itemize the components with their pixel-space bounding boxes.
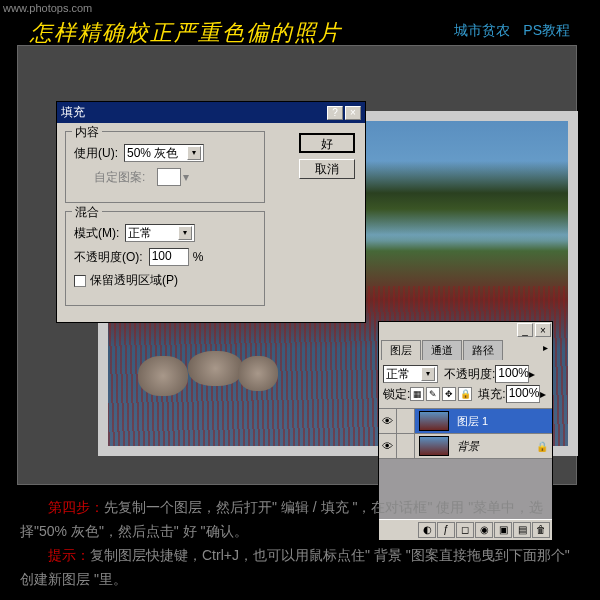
tip-text: 复制图层快捷键，Ctrl+J，也可以用鼠标点住" 背景 "图案直接拖曳到下面那个… — [20, 547, 570, 587]
description: 第四步：先复制一个图层，然后打开" 编辑 / 填充 "，在对话框" 使用 "菜单… — [20, 495, 580, 591]
use-label: 使用(U): — [74, 145, 118, 162]
close-button[interactable]: × — [345, 106, 361, 120]
opacity-label: 不透明度(O): — [74, 249, 143, 266]
opacity-input[interactable]: 100 — [149, 248, 189, 266]
cancel-button[interactable]: 取消 — [299, 159, 355, 179]
site-url: www.photops.com — [3, 2, 92, 14]
layer-opacity-input[interactable]: 100% — [495, 365, 529, 383]
chevron-down-icon[interactable]: ▾ — [421, 367, 435, 381]
layer-row[interactable]: 👁 图层 1 — [379, 409, 552, 434]
visibility-icon[interactable]: 👁 — [379, 409, 397, 433]
mode-label: 模式(M): — [74, 225, 119, 242]
preserve-checkbox[interactable] — [74, 275, 86, 287]
lock-label: 锁定: — [383, 386, 410, 403]
rock — [238, 356, 278, 391]
page-title: 怎样精确校正严重色偏的照片 — [30, 18, 342, 48]
lock-icons: ▦ ✎ ✥ 🔒 — [410, 387, 472, 401]
header-link-author[interactable]: 城市贫农 — [454, 22, 510, 40]
fill-dialog: 填充 ? × 好 取消 内容 使用(U): 50% 灰色 ▾ 自定图案: — [56, 101, 366, 323]
help-button[interactable]: ? — [327, 106, 343, 120]
lock-move-icon[interactable]: ✥ — [442, 387, 456, 401]
tab-layers[interactable]: 图层 — [381, 340, 421, 360]
close-button[interactable]: × — [535, 323, 551, 337]
lock-icon: 🔒 — [536, 441, 548, 452]
chevron-down-icon: ▾ — [183, 170, 189, 184]
panel-tabs: 图层 通道 路径 ▸ — [379, 338, 552, 360]
use-dropdown[interactable]: 50% 灰色 ▾ — [124, 144, 204, 162]
dialog-title: 填充 — [61, 104, 325, 121]
layer-name[interactable]: 背景 — [453, 439, 536, 454]
rock — [188, 351, 243, 386]
tip-label: 提示： — [48, 547, 90, 563]
chevron-down-icon[interactable]: ▾ — [187, 146, 201, 160]
lock-transparency-icon[interactable]: ▦ — [410, 387, 424, 401]
dialog-titlebar[interactable]: 填充 ? × — [57, 102, 365, 123]
lock-paint-icon[interactable]: ✎ — [426, 387, 440, 401]
tab-channels[interactable]: 通道 — [422, 340, 462, 360]
ok-button[interactable]: 好 — [299, 133, 355, 153]
link-cell[interactable] — [397, 434, 415, 458]
layer-thumbnail[interactable] — [419, 411, 449, 431]
fill-label: 填充: — [478, 386, 505, 403]
layer-fill-input[interactable]: 100% — [506, 385, 540, 403]
link-cell[interactable] — [397, 409, 415, 433]
mode-value: 正常 — [128, 225, 152, 242]
opacity-unit: % — [193, 250, 204, 264]
rock — [138, 356, 188, 396]
chevron-right-icon[interactable]: ▸ — [540, 387, 546, 401]
layer-thumbnail[interactable] — [419, 436, 449, 456]
layer-row[interactable]: 👁 背景 🔒 — [379, 434, 552, 459]
blend-value: 正常 — [386, 366, 410, 383]
chevron-down-icon[interactable]: ▾ — [178, 226, 192, 240]
content-legend: 内容 — [72, 124, 102, 141]
minimize-button[interactable]: _ — [517, 323, 533, 337]
panel-menu-icon[interactable]: ▸ — [541, 340, 550, 360]
header-link-tutorial[interactable]: PS教程 — [523, 22, 570, 40]
chevron-right-icon[interactable]: ▸ — [529, 367, 535, 381]
mode-dropdown[interactable]: 正常 ▾ — [125, 224, 195, 242]
pattern-swatch — [157, 168, 181, 186]
opacity-label: 不透明度: — [444, 366, 495, 383]
visibility-icon[interactable]: 👁 — [379, 434, 397, 458]
blend-mode-dropdown[interactable]: 正常 ▾ — [383, 365, 438, 383]
workspace: 填充 ? × 好 取消 内容 使用(U): 50% 灰色 ▾ 自定图案: — [17, 45, 577, 485]
preserve-label: 保留透明区域(P) — [90, 272, 178, 289]
lock-all-icon[interactable]: 🔒 — [458, 387, 472, 401]
layer-name[interactable]: 图层 1 — [453, 414, 552, 429]
blend-legend: 混合 — [72, 204, 102, 221]
step-label: 第四步： — [48, 499, 104, 515]
custom-pattern-label: 自定图案: — [94, 169, 145, 186]
tab-paths[interactable]: 路径 — [463, 340, 503, 360]
use-value: 50% 灰色 — [127, 145, 178, 162]
